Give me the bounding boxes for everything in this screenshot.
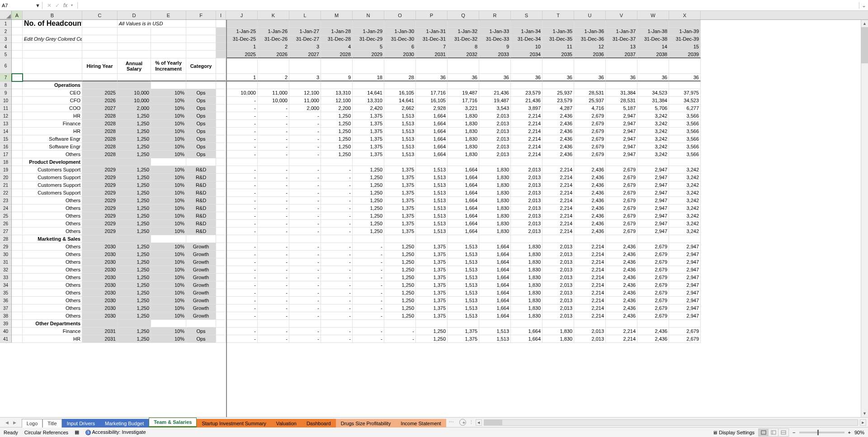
cell[interactable]: 1,830 <box>479 197 511 204</box>
cell[interactable]: 1,830 <box>479 166 511 174</box>
cell[interactable]: 1,513 <box>416 212 448 220</box>
cell[interactable]: 3,897 <box>511 104 542 112</box>
cell[interactable] <box>637 20 669 28</box>
cell[interactable]: 1,375 <box>448 328 479 335</box>
hscroll-right-icon[interactable]: ► <box>860 419 866 426</box>
cell[interactable]: 1,830 <box>511 289 542 297</box>
cell[interactable] <box>12 181 23 189</box>
cell[interactable]: 2031 <box>82 335 118 343</box>
cell[interactable] <box>606 320 637 328</box>
cell[interactable] <box>118 35 151 43</box>
cell[interactable]: 2,947 <box>606 112 637 120</box>
cell[interactable]: 2028 <box>82 120 118 128</box>
cell[interactable]: 1,375 <box>416 297 448 304</box>
cell[interactable]: - <box>289 335 321 343</box>
cell[interactable]: - <box>226 181 258 189</box>
display-settings-button[interactable]: 🖥 Display Settings <box>712 430 755 435</box>
cell[interactable]: 2,214 <box>511 151 542 158</box>
cell[interactable]: 1-Jan-25 <box>226 28 258 35</box>
cell[interactable]: Ops <box>186 143 216 151</box>
cell[interactable]: 31-Dec-30 <box>384 35 416 43</box>
cell[interactable]: 1,830 <box>511 243 542 251</box>
cell[interactable]: 2,947 <box>637 197 669 204</box>
cell[interactable] <box>258 81 289 89</box>
cell[interactable] <box>12 228 23 235</box>
cell[interactable]: 2,013 <box>542 266 574 274</box>
row-header[interactable]: 28 <box>0 235 12 243</box>
cell[interactable] <box>216 104 226 112</box>
cell[interactable]: 3,566 <box>669 112 701 120</box>
cell[interactable] <box>542 235 574 243</box>
tabs-more-icon[interactable]: ⋯ <box>446 418 457 427</box>
cell[interactable] <box>12 266 23 274</box>
cell[interactable] <box>216 43 226 51</box>
cell[interactable]: 11 <box>542 43 574 51</box>
cell[interactable]: 3,221 <box>448 104 479 112</box>
cell[interactable]: 36 <box>574 74 606 81</box>
cell[interactable]: R&D <box>186 189 216 197</box>
cell[interactable] <box>12 35 23 43</box>
cell[interactable]: 2,214 <box>574 243 606 251</box>
cell[interactable]: 2,679 <box>606 212 637 220</box>
cell[interactable]: 2,679 <box>637 281 669 289</box>
cell[interactable]: 1,250 <box>384 281 416 289</box>
cell[interactable]: - <box>226 143 258 151</box>
cell[interactable] <box>606 20 637 28</box>
cell[interactable]: 2,013 <box>479 135 511 143</box>
cell[interactable] <box>12 97 23 104</box>
cell[interactable] <box>12 135 23 143</box>
cell[interactable]: - <box>226 204 258 212</box>
cell[interactable]: 2030 <box>82 266 118 274</box>
cell[interactable] <box>186 28 216 35</box>
cell[interactable]: 2,947 <box>669 258 701 266</box>
cell[interactable]: 2,436 <box>606 312 637 320</box>
cell[interactable]: 1,250 <box>384 243 416 251</box>
cell[interactable]: 1,830 <box>511 281 542 289</box>
fx-dropdown-icon[interactable]: ▾ <box>71 3 73 7</box>
row-header[interactable]: 10 <box>0 97 12 104</box>
cell[interactable]: 1,375 <box>384 174 416 181</box>
cell[interactable]: 2,436 <box>542 112 574 120</box>
cell[interactable]: - <box>289 220 321 228</box>
cell[interactable]: 1,375 <box>416 243 448 251</box>
cell[interactable] <box>321 20 353 28</box>
cell[interactable]: 2,436 <box>542 120 574 128</box>
view-page-layout-button[interactable] <box>769 429 778 436</box>
cell[interactable]: 10% <box>151 181 186 189</box>
cell[interactable]: 2,679 <box>637 251 669 258</box>
cell[interactable]: 1,664 <box>416 112 448 120</box>
cell[interactable] <box>151 28 186 35</box>
cell[interactable]: 36 <box>416 74 448 81</box>
cell[interactable]: 2029 <box>82 181 118 189</box>
cell[interactable]: 2030 <box>384 51 416 58</box>
cell[interactable] <box>226 58 258 74</box>
cell[interactable]: - <box>226 135 258 143</box>
cell[interactable]: 2032 <box>448 51 479 58</box>
cell[interactable]: 1,830 <box>448 151 479 158</box>
cell[interactable] <box>12 166 23 174</box>
cell[interactable] <box>384 320 416 328</box>
cell[interactable] <box>448 320 479 328</box>
cell[interactable]: 3,242 <box>637 151 669 158</box>
cell[interactable]: 2,947 <box>637 166 669 174</box>
cell[interactable]: - <box>289 135 321 143</box>
cell[interactable] <box>12 89 23 97</box>
cell[interactable]: - <box>258 304 289 312</box>
cell[interactable]: 2,214 <box>542 228 574 235</box>
cell[interactable]: 2,679 <box>637 274 669 281</box>
cell[interactable]: Finance <box>23 120 82 128</box>
cell[interactable]: 1,664 <box>416 143 448 151</box>
cell[interactable] <box>216 58 226 74</box>
cell[interactable]: 1,250 <box>384 297 416 304</box>
cell[interactable]: - <box>258 212 289 220</box>
cell[interactable]: - <box>321 297 353 304</box>
cell[interactable]: - <box>226 266 258 274</box>
cell[interactable]: - <box>258 151 289 158</box>
cell[interactable]: 34,523 <box>637 89 669 97</box>
cell[interactable] <box>574 81 606 89</box>
cell[interactable] <box>12 281 23 289</box>
cell[interactable]: - <box>353 328 384 335</box>
cell[interactable]: 3,543 <box>479 104 511 112</box>
cell[interactable]: 2,436 <box>606 251 637 258</box>
cell[interactable]: 3,242 <box>637 135 669 143</box>
